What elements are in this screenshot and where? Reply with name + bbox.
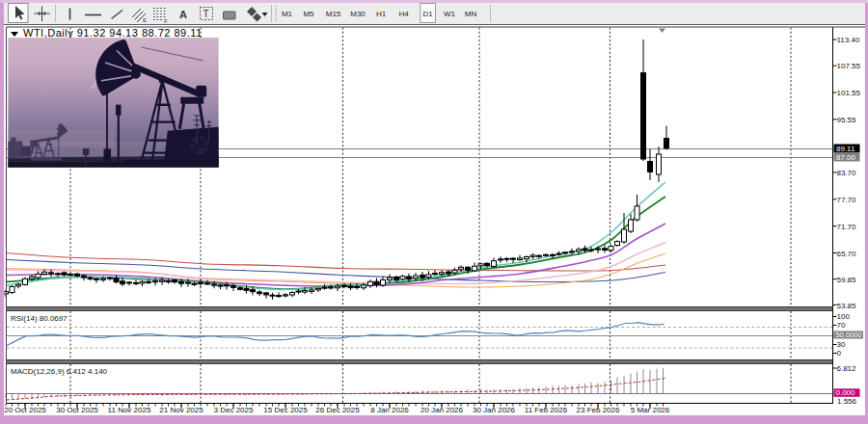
svg-text:MN: MN: [465, 10, 477, 18]
svg-text:30: 30: [837, 340, 846, 349]
svg-text:M5: M5: [303, 10, 314, 18]
svg-text:E: E: [143, 17, 147, 23]
svg-text:20 Oct 2025: 20 Oct 2025: [4, 406, 46, 414]
svg-text:H1: H1: [376, 10, 387, 18]
svg-text:50.0000: 50.0000: [836, 331, 862, 339]
svg-text:T: T: [203, 9, 209, 19]
svg-text:21 Nov 2025: 21 Nov 2025: [159, 406, 203, 414]
svg-text:30 Jan 2026: 30 Jan 2026: [473, 406, 516, 414]
svg-text:1.556: 1.556: [837, 397, 857, 406]
svg-text:RSI(14) 80.0697: RSI(14) 80.0697: [11, 314, 68, 323]
svg-text:95.55: 95.55: [837, 116, 857, 124]
svg-text:100: 100: [837, 312, 851, 321]
svg-text:M1: M1: [282, 10, 293, 18]
svg-text:M15: M15: [326, 10, 341, 18]
svg-text:71.70: 71.70: [837, 223, 857, 231]
svg-text:11 Feb 2026: 11 Feb 2026: [525, 406, 568, 414]
svg-text:D1: D1: [422, 10, 433, 18]
svg-text:20 Jan 2026: 20 Jan 2026: [420, 406, 464, 414]
svg-text:M30: M30: [350, 10, 366, 18]
svg-text:A: A: [179, 9, 187, 20]
svg-text:23 Feb 2026: 23 Feb 2026: [577, 406, 620, 414]
svg-text:F: F: [164, 18, 168, 24]
svg-text:83.70: 83.70: [837, 169, 857, 177]
svg-text:77.70: 77.70: [837, 196, 857, 204]
svg-text:H4: H4: [398, 10, 409, 18]
svg-text:15 Dec 2025: 15 Dec 2025: [263, 406, 308, 414]
svg-text:W1: W1: [444, 10, 456, 18]
svg-text:101.55: 101.55: [837, 89, 861, 97]
svg-text:11 Nov 2025: 11 Nov 2025: [108, 406, 151, 414]
svg-text:87.00: 87.00: [836, 153, 856, 162]
svg-text:0.000: 0.000: [836, 388, 856, 397]
svg-text:MACD(12,26,9) 6.412 4.140: MACD(12,26,9) 6.412 4.140: [11, 367, 108, 376]
svg-text:70: 70: [837, 321, 846, 330]
svg-text:65.70: 65.70: [837, 250, 857, 258]
svg-text:107.55: 107.55: [837, 62, 861, 70]
svg-text:30 Oct 2025: 30 Oct 2025: [56, 406, 98, 414]
svg-text:59.85: 59.85: [837, 276, 857, 284]
svg-text:53.85: 53.85: [837, 302, 857, 310]
svg-text:5 Mar 2026: 5 Mar 2026: [631, 406, 670, 414]
svg-text:0: 0: [837, 349, 842, 358]
svg-text:26 Dec 2025: 26 Dec 2025: [315, 406, 360, 414]
svg-text:8 Jan 2026: 8 Jan 2026: [370, 406, 409, 414]
svg-text:3 Dec 2025: 3 Dec 2025: [214, 406, 254, 414]
svg-text:6.812: 6.812: [837, 364, 857, 373]
svg-text:113.40: 113.40: [837, 36, 860, 44]
svg-text:89.11: 89.11: [836, 145, 855, 153]
